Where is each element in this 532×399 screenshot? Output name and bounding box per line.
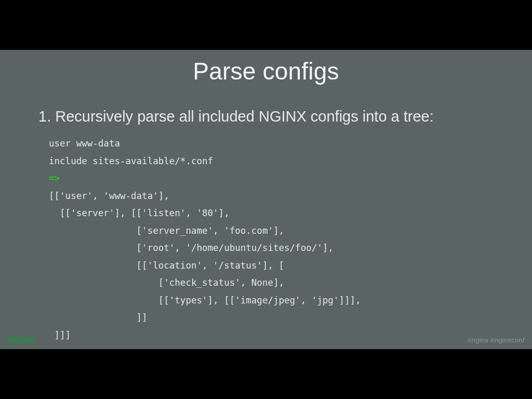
code-line: ['root', '/home/ubuntu/sites/foo/'],: [49, 240, 361, 257]
code-line: [['server'], [['listen', '80'],: [49, 205, 361, 222]
code-line: ]]: [49, 309, 361, 327]
step-text: Recursively parse all included NGINX con…: [55, 108, 434, 125]
code-line: [['types'], [['image/jpeg', 'jpg']]],: [49, 292, 361, 310]
code-line: [['user', 'www-data'],: [49, 188, 361, 205]
step-number: 1.: [38, 108, 55, 125]
step-1: 1. Recursively parse all included NGINX …: [38, 108, 434, 125]
hashtags: #nginx #nginxconf: [468, 336, 525, 344]
code-line: [['location', '/status'], [: [49, 257, 361, 275]
nginx-logo: NGiNX: [7, 336, 35, 345]
slide: Parse configs 1. Recursively parse all i…: [0, 50, 532, 349]
slide-title: Parse configs: [0, 57, 532, 85]
stage: Parse configs 1. Recursively parse all i…: [0, 0, 532, 399]
code-line: user www-data: [49, 135, 361, 153]
code-line: ['check_status', None],: [49, 274, 361, 292]
code-line: include sites-available/*.conf: [49, 153, 361, 170]
code-line: =>: [49, 170, 361, 188]
code-line: ['server_name', 'foo.com'],: [49, 222, 361, 240]
footer: NGiNX #nginx #nginxconf: [0, 334, 532, 346]
code-block: user www-datainclude sites-available/*.c…: [49, 135, 361, 344]
